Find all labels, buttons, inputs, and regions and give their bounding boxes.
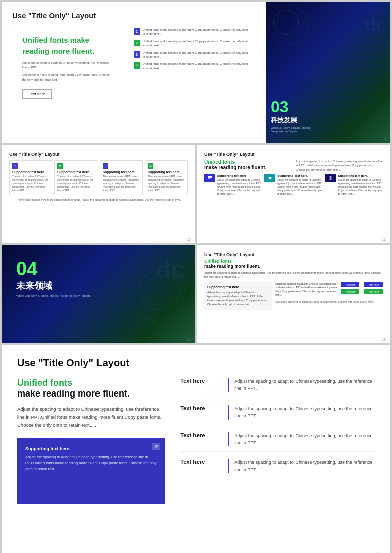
deco-num: 03 [271,99,316,115]
slides-container: dc Use "Title Only" Layout Unified fonts… [0,0,392,553]
ti-label: Text here [180,378,223,392]
blue-card: Supporting text here. Adjust the spacing… [17,438,165,504]
card-body: Theme color makes PPT more convenient to… [57,175,94,192]
s5-row1: Adjust the spacing to adapt to Chinese t… [275,282,383,297]
slide-5-card: Supporting text here. Adjust the spacing… [204,282,272,310]
slide-4-num-badge: 12 [187,338,191,341]
item-num: 2 [134,40,140,46]
btn2[interactable]: Text here [341,289,360,294]
deco-sub: When you copy & paste, choose "keep text… [271,126,316,134]
slide-1-hero: Unified fonts make reading more fluent. [22,35,113,57]
svg-rect-0 [208,176,211,177]
item-num: 1 [134,28,140,35]
card-heading: Supporting text here [57,170,94,174]
slide-5-desc: Adjust the spacing to adapt to Chinese t… [204,271,383,279]
ti-sep [228,459,229,473]
s5-left1: Adjust the spacing to adapt to Chinese t… [275,282,338,297]
card-body: Adjust the spacing to adapt to Chinese t… [25,454,157,472]
slide-5-black: make reading more fluent. [204,264,383,269]
icon-box [264,174,275,182]
card-body: Theme color makes PPT more convenient to… [12,175,49,192]
slide-1-item-2: 2 Unified fonts make reading more fluent… [134,39,251,48]
slide-1-textbox: Text here [22,89,52,99]
slide-6-black: make reading more fluent. [17,388,165,399]
slide-4-sub: When you copy & paste, choose "keep text… [16,294,96,298]
icon-box [204,174,215,182]
slide-1: dc Use "Title Only" Layout Unified fonts… [2,2,390,143]
slide-6-desc: Adjust the spacing to adapt to Chinese t… [17,405,165,429]
card-heading: Supporting text here [103,170,140,174]
slide-3-title: Use "Title Only" Layout [204,152,383,157]
slide-3-green: Unified fonts [204,159,291,165]
slide-5: Use "Title Only" Layout Unified fonts ma… [197,245,390,343]
slide-1-item-4: 4 Unified fonts make reading more fluent… [134,62,251,70]
slide-1-item-1: 1 Unified fonts make reading more fluent… [134,28,251,36]
svg-point-4 [330,177,331,179]
slide-5-num: 13 [382,338,386,341]
s5-btns1: Text here Text here [341,282,360,294]
slide-5-support-body: Adjust the spacing to adapt to Chinese t… [207,290,269,307]
svg-rect-5 [155,446,158,446]
ti-sep [228,432,229,447]
ti-label: Text here [180,459,223,473]
card-3: 3 Supporting text here Theme color makes… [100,160,143,195]
ti-sep [228,378,229,392]
text-item-1: Text here Adjust the spacing to adapt to… [180,378,375,398]
ti-text: Adjust the spacing to adapt to Chinese t… [234,405,375,420]
deco-title: 科技发展 [271,116,316,125]
card-heading: Supporting text here [148,170,185,174]
item-text: Unified fonts make reading more fluent C… [143,39,251,48]
icon-text: Supporting text here. Adjust the spacing… [277,174,322,196]
card-2: 2 Supporting text here Theme color makes… [54,160,97,195]
slide-3-num: 11 [382,238,386,241]
card-num: 3 [103,163,108,169]
slide-6-items: Text here Adjust the spacing to adapt to… [180,378,375,479]
slide-6: dc dc Use "Title Only" Layout Unified fo… [2,345,390,553]
card-body: Theme color makes PPT more convenient to… [103,175,140,192]
card-body: Theme color makes PPT more convenient to… [148,175,185,192]
slide-6-title: Use "Title Only" Layout [17,357,375,369]
slide-4: dc 04 未来领域 When you copy & paste, choose… [2,245,195,343]
card-num: 4 [148,163,153,169]
card-num: 1 [12,163,18,169]
slide-2: Use "Title Only" Layout 1 Supporting tex… [2,145,195,243]
icon-item-3: Supporting text here. Adjust the spacing… [325,174,383,196]
card-4: 4 Supporting text here Theme color makes… [145,160,188,195]
ti-sep [228,405,229,420]
slide-3: Use "Title Only" Layout Unified fonts ma… [197,145,390,243]
deco-c2 [125,260,185,321]
card-heading: Supporting text here [12,170,49,174]
text-item-2: Text here Adjust the spacing to adapt to… [180,405,375,425]
btn4[interactable]: Text here [364,289,383,294]
item-num: 3 [134,51,140,58]
slide-2-title: Use "Title Only" Layout [9,152,188,157]
slide-1-item-3: 3 Unified fonts make reading more fluent… [134,51,251,59]
card-icon [152,443,160,450]
btn3[interactable]: Text here [364,282,383,287]
icon-text: Supporting text here. Adjust the spacing… [217,174,262,196]
ti-text: Adjust the spacing to adapt to Chinese t… [234,432,375,447]
slide-3-right: Adjust the spacing to adapt to Chinese t… [296,159,383,172]
hero-green: Unified fonts make reading more fluent. [22,36,94,55]
slide-5-support-heading: Supporting text here. [207,285,269,289]
item-text: Unified fonts make reading more fluent C… [143,62,251,70]
icon-box [325,174,336,182]
slide-2-cards: 1 Supporting text here Theme color makes… [9,160,188,195]
card-1: 1 Supporting text here Theme color makes… [9,160,52,195]
ti-label: Text here [180,432,223,447]
slide-1-sub2: Unified fonts make reading more fluent.C… [22,73,113,82]
icon-item-2: Supporting text here. Adjust the spacing… [264,174,322,196]
deco-content: 03 科技发展 When you copy & paste, choose "k… [271,99,316,134]
slide-1-num: 9 [384,137,386,141]
ti-text: Adjust the spacing to adapt to Chinese t… [234,378,375,392]
slide-5-green: Unified fonts [204,259,383,264]
ti-text: Adjust the spacing to adapt to Chinese t… [234,459,375,473]
deco-watermark: dc [365,12,385,36]
btn1[interactable]: Text here [341,282,360,287]
svg-rect-7 [155,448,157,448]
item-num: 4 [134,62,140,69]
icon-text: Supporting text here. Adjust the spacing… [338,174,383,196]
deco-circle-2 [268,5,309,45]
s5-btns2: Text here Text here [364,282,383,294]
svg-rect-2 [208,179,210,179]
